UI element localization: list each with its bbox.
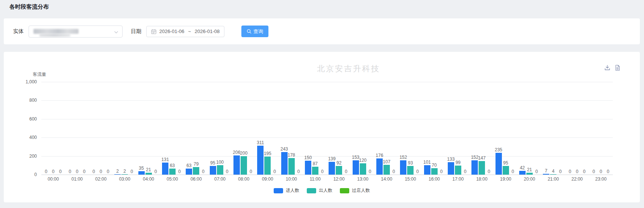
date-start[interactable]: 2026-01-06 xyxy=(159,29,185,34)
bar-进人数-03:00[interactable] xyxy=(114,174,121,175)
x-axis-tick-label: 19:00 xyxy=(500,176,511,182)
bar-value-label: 176 xyxy=(376,153,383,158)
gridline xyxy=(41,82,613,82)
date-range-picker[interactable]: 2026-01-06 ~ 2026-01-08 xyxy=(146,26,224,37)
bar-value-label: 0 xyxy=(130,169,133,174)
y-axis-tick-label: 800 xyxy=(4,98,37,102)
bar-value-label: 153 xyxy=(352,155,359,160)
bar-进人数-19:00[interactable] xyxy=(496,153,502,175)
bar-出人数-04:00[interactable] xyxy=(145,173,152,175)
bar-出人数-18:00[interactable] xyxy=(479,161,485,175)
bar-value-label: 42 xyxy=(520,165,525,170)
legend-item-过店人数[interactable]: 过店人数 xyxy=(340,187,370,194)
bar-进人数-06:00[interactable] xyxy=(186,169,192,175)
bar-出人数-10:00[interactable] xyxy=(288,158,295,175)
bar-value-label: 0 xyxy=(52,169,55,174)
bar-value-label: 63 xyxy=(186,163,191,168)
bar-出人数-21:00[interactable] xyxy=(550,174,556,175)
bar-value-label: 0 xyxy=(576,169,579,174)
bar-进人数-15:00[interactable] xyxy=(400,160,406,175)
legend-item-进人数[interactable]: 进人数 xyxy=(274,187,299,194)
bar-value-label: 150 xyxy=(304,155,312,160)
bar-value-label: 235 xyxy=(495,147,502,152)
bar-出人数-09:00[interactable] xyxy=(264,157,271,175)
bar-进人数-09:00[interactable] xyxy=(257,146,264,175)
x-axis-tick-label: 02:00 xyxy=(95,176,106,182)
x-axis-tick-label: 08:00 xyxy=(238,176,249,182)
bar-出人数-15:00[interactable] xyxy=(407,166,414,175)
data-view-icon[interactable] xyxy=(614,65,621,71)
bar-出人数-13:00[interactable] xyxy=(360,163,366,175)
entity-label: 实体 xyxy=(13,28,24,35)
y-axis-tick-label: 600 xyxy=(4,117,37,121)
bar-进人数-07:00[interactable] xyxy=(210,166,216,175)
entity-select[interactable] xyxy=(29,26,123,38)
bar-出人数-03:00[interactable] xyxy=(121,174,128,175)
bar-出人数-17:00[interactable] xyxy=(455,166,461,175)
download-icon[interactable] xyxy=(604,65,611,71)
bar-出人数-11:00[interactable] xyxy=(312,167,318,175)
bar-出人数-16:00[interactable] xyxy=(431,168,438,175)
bar-出人数-19:00[interactable] xyxy=(503,166,509,175)
bar-value-label: 0 xyxy=(297,169,300,174)
x-axis-tick-label: 14:00 xyxy=(381,176,392,182)
bar-出人数-12:00[interactable] xyxy=(336,166,342,175)
bar-value-label: 0 xyxy=(83,169,86,174)
bar-出人数-07:00[interactable] xyxy=(217,165,223,175)
legend-item-出人数[interactable]: 出人数 xyxy=(307,187,332,194)
bar-value-label: 0 xyxy=(512,169,514,174)
search-icon xyxy=(247,29,252,34)
bar-进人数-21:00[interactable] xyxy=(543,174,549,175)
bar-value-label: 0 xyxy=(226,169,229,174)
y-axis-tick-label: 1,000 xyxy=(4,80,37,84)
bar-进人数-11:00[interactable] xyxy=(305,161,311,175)
bar-进人数-17:00[interactable] xyxy=(448,162,454,175)
bar-进人数-10:00[interactable] xyxy=(281,152,288,175)
bar-进人数-13:00[interactable] xyxy=(353,160,359,175)
bar-value-label: 0 xyxy=(559,169,562,174)
chart-card: 北京安吉升科技 客流量 02004006008001,00000:0000001… xyxy=(4,52,640,202)
bar-value-label: 178 xyxy=(288,152,295,158)
legend-marker xyxy=(340,188,349,193)
bar-value-label: 152 xyxy=(400,155,407,160)
masked-text-blur xyxy=(39,34,70,37)
bar-进人数-18:00[interactable] xyxy=(471,160,478,175)
x-axis-tick-label: 05:00 xyxy=(167,176,178,182)
gridline xyxy=(41,100,613,101)
bar-value-label: 101 xyxy=(423,160,431,165)
calendar-icon xyxy=(151,29,156,34)
bar-value-label: 206 xyxy=(233,150,240,155)
bar-出人数-05:00[interactable] xyxy=(169,169,176,175)
bar-进人数-16:00[interactable] xyxy=(424,165,430,175)
bar-value-label: 311 xyxy=(257,140,264,145)
gridline xyxy=(41,119,613,119)
bar-进人数-20:00[interactable] xyxy=(519,171,526,175)
bar-出人数-08:00[interactable] xyxy=(241,156,247,175)
bar-value-label: 0 xyxy=(155,169,157,174)
bar-value-label: 0 xyxy=(345,169,347,174)
bar-进人数-04:00[interactable] xyxy=(138,171,145,175)
bar-value-label: 21 xyxy=(527,167,532,172)
query-button[interactable]: 查询 xyxy=(241,26,268,37)
bar-出人数-20:00[interactable] xyxy=(526,173,533,175)
bar-value-label: 21 xyxy=(146,167,151,172)
bar-进人数-14:00[interactable] xyxy=(376,158,383,175)
bar-value-label: 0 xyxy=(600,169,602,174)
x-axis-tick-label: 23:00 xyxy=(595,176,606,182)
bar-value-label: 0 xyxy=(369,169,371,174)
date-end[interactable]: 2026-01-08 xyxy=(195,29,220,34)
bar-出人数-14:00[interactable] xyxy=(383,165,390,175)
x-axis-tick-label: 17:00 xyxy=(452,176,464,182)
bar-进人数-05:00[interactable] xyxy=(162,163,168,175)
bar-value-label: 0 xyxy=(583,169,586,174)
bar-出人数-06:00[interactable] xyxy=(193,167,199,175)
bar-value-label: 0 xyxy=(202,169,205,174)
x-axis-tick-label: 07:00 xyxy=(214,176,226,182)
bar-进人数-12:00[interactable] xyxy=(329,162,335,175)
bar-value-label: 0 xyxy=(69,169,71,174)
bar-value-label: 2 xyxy=(116,169,119,174)
gridline xyxy=(41,137,613,138)
bar-chart-plot: 02004006008001,00000:0000001:0000002:000… xyxy=(4,52,640,202)
bar-进人数-08:00[interactable] xyxy=(233,155,240,175)
x-axis-tick-label: 06:00 xyxy=(191,176,202,182)
